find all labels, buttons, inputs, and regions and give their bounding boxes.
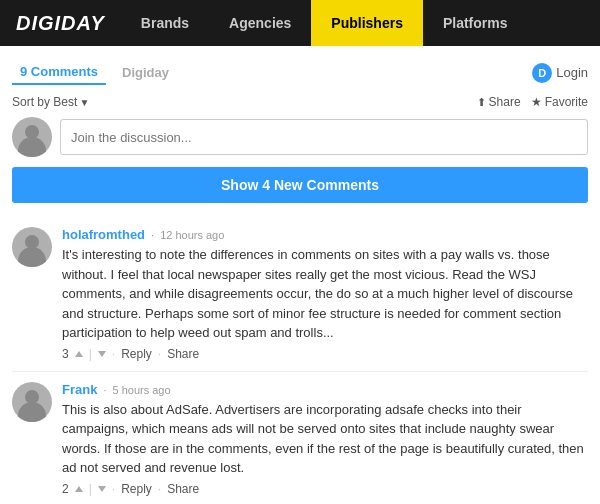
share-link[interactable]: Share: [167, 347, 199, 361]
share-icon: [477, 95, 486, 109]
comment-timestamp: 12 hours ago: [160, 229, 224, 241]
site-logo[interactable]: DIGIDAY: [0, 12, 121, 35]
vote-count: 2: [62, 482, 69, 496]
disqus-container: 9 Comments Digiday D Login Sort by Best …: [0, 46, 600, 504]
upvote-icon[interactable]: [75, 351, 83, 357]
login-label: Login: [556, 65, 588, 80]
comment-timestamp: 5 hours ago: [112, 384, 170, 396]
share-label: Share: [489, 95, 521, 109]
nav-item-agencies[interactable]: Agencies: [209, 0, 311, 46]
tab-digiday[interactable]: Digiday: [114, 61, 177, 84]
comment-actions: 3 | · Reply · Share: [62, 347, 588, 361]
comment-time: ·: [103, 384, 106, 396]
favorite-button[interactable]: Favorite: [531, 95, 588, 109]
nav-item-publishers[interactable]: Publishers: [311, 0, 423, 46]
comment-meta: Frank · 5 hours ago: [62, 382, 588, 397]
downvote-icon[interactable]: [98, 486, 106, 492]
disqus-tabs: 9 Comments Digiday: [12, 60, 177, 85]
share-button[interactable]: Share: [477, 95, 521, 109]
separator: ·: [158, 482, 161, 496]
comments-list: holafromthed · 12 hours ago It's interes…: [12, 213, 588, 504]
comment-text: This is also about AdSafe. Advertisers a…: [62, 400, 588, 478]
comment-actions: 2 | · Reply · Share: [62, 482, 588, 496]
commenter-avatar: [12, 382, 52, 422]
comment-item: Frank · 5 hours ago This is also about A…: [12, 372, 588, 505]
separator: ·: [112, 482, 115, 496]
commenter-avatar: [12, 227, 52, 267]
sort-button[interactable]: Sort by Best ▼: [12, 95, 89, 109]
nav-item-brands[interactable]: Brands: [121, 0, 209, 46]
comment-author[interactable]: Frank: [62, 382, 97, 397]
nav-item-platforms[interactable]: Platforms: [423, 0, 528, 46]
share-link[interactable]: Share: [167, 482, 199, 496]
comment-input[interactable]: [60, 119, 588, 155]
user-avatar: [12, 117, 52, 157]
disqus-right: D Login: [532, 63, 588, 83]
nav-bar: DIGIDAY Brands Agencies Publishers Platf…: [0, 0, 600, 46]
sort-chevron-icon: ▼: [79, 97, 89, 108]
downvote-icon[interactable]: [98, 351, 106, 357]
login-button[interactable]: D Login: [532, 63, 588, 83]
reply-link[interactable]: Reply: [121, 347, 152, 361]
comment-author[interactable]: holafromthed: [62, 227, 145, 242]
comment-body: Frank · 5 hours ago This is also about A…: [62, 382, 588, 496]
upvote-icon[interactable]: [75, 486, 83, 492]
reply-link[interactable]: Reply: [121, 482, 152, 496]
comment-input-row: [12, 117, 588, 157]
comment-body: holafromthed · 12 hours ago It's interes…: [62, 227, 588, 361]
separator: ·: [112, 347, 115, 361]
separator: ·: [158, 347, 161, 361]
sort-actions: Share Favorite: [477, 95, 588, 109]
comment-text: It's interesting to note the differences…: [62, 245, 588, 343]
separator: |: [89, 482, 92, 496]
sort-bar: Sort by Best ▼ Share Favorite: [12, 91, 588, 117]
comment-item: holafromthed · 12 hours ago It's interes…: [12, 217, 588, 372]
disqus-header: 9 Comments Digiday D Login: [12, 54, 588, 91]
comment-time: ·: [151, 229, 154, 241]
comment-meta: holafromthed · 12 hours ago: [62, 227, 588, 242]
login-icon: D: [532, 63, 552, 83]
tab-comments[interactable]: 9 Comments: [12, 60, 106, 85]
show-comments-button[interactable]: Show 4 New Comments: [12, 167, 588, 203]
star-icon: [531, 95, 542, 109]
favorite-label: Favorite: [545, 95, 588, 109]
sort-label: Sort by Best: [12, 95, 77, 109]
separator: |: [89, 347, 92, 361]
vote-count: 3: [62, 347, 69, 361]
nav-items: Brands Agencies Publishers Platforms: [121, 0, 528, 46]
